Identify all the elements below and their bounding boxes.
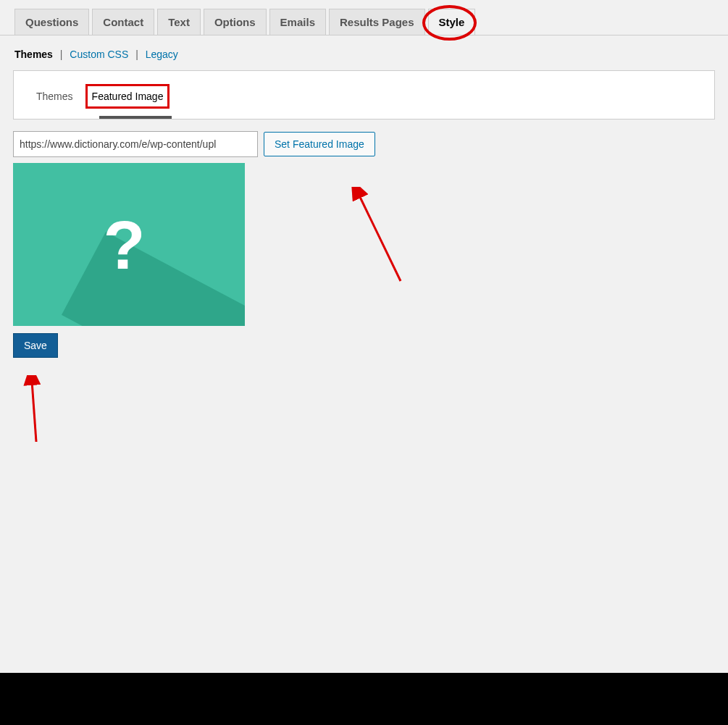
tab-text[interactable]: Text [157, 9, 201, 35]
subnav-themes[interactable]: Themes [14, 49, 53, 60]
featured-image-url-input[interactable] [13, 131, 258, 157]
preview-shadow [62, 232, 245, 327]
set-featured-image-button[interactable]: Set Featured Image [264, 132, 375, 156]
active-tab-underline [99, 116, 172, 119]
style-panel: Themes Featured Image [13, 70, 715, 120]
top-tabs: Questions Contact Text Options Emails Re… [0, 0, 728, 35]
subnav-custom-css[interactable]: Custom CSS [70, 49, 128, 60]
annotation-arrow-2 [23, 375, 52, 448]
tab-questions[interactable]: Questions [14, 9, 89, 35]
separator: | [135, 49, 138, 60]
tab-options[interactable]: Options [204, 9, 267, 35]
svg-line-1 [359, 194, 401, 281]
panel-tabs: Themes Featured Image [14, 71, 714, 116]
annotation-arrow-1 [351, 187, 409, 288]
svg-line-3 [32, 381, 36, 442]
panel-tab-featured-image[interactable]: Featured Image [85, 84, 170, 109]
tab-style[interactable]: Style [428, 9, 476, 35]
question-mark-icon: ? [104, 205, 146, 284]
subnav-legacy[interactable]: Legacy [146, 49, 178, 60]
footer [0, 673, 728, 725]
save-button[interactable]: Save [13, 333, 58, 358]
panel-tab-themes[interactable]: Themes [30, 84, 80, 109]
featured-image-preview: ? [13, 163, 245, 326]
featured-image-controls: Set Featured Image [0, 120, 728, 157]
subnav: Themes | Custom CSS | Legacy [0, 35, 728, 70]
tab-emails[interactable]: Emails [269, 9, 326, 35]
tab-results-pages[interactable]: Results Pages [329, 9, 425, 35]
tab-contact[interactable]: Contact [92, 9, 154, 35]
separator: | [60, 49, 63, 60]
